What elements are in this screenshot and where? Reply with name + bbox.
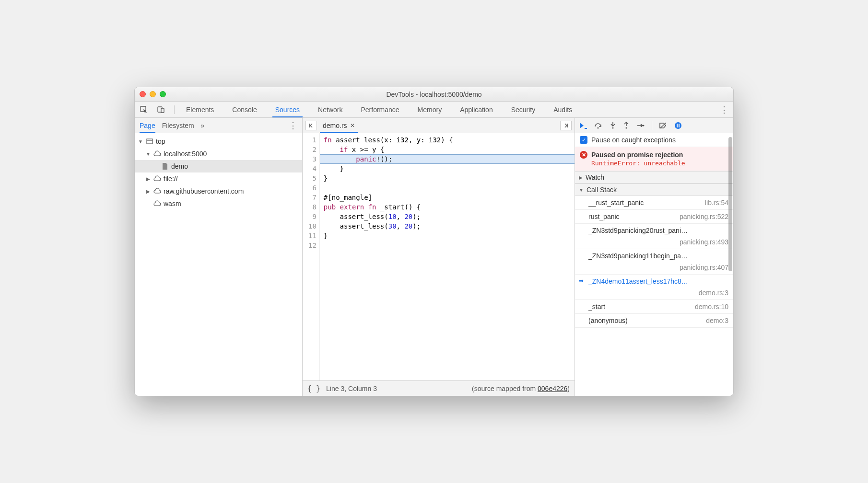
frame-location[interactable]: panicking.rs:522	[680, 213, 728, 220]
file-tab-demo[interactable]: demo.rs ✕	[320, 118, 358, 133]
pause-exceptions-icon[interactable]	[674, 122, 682, 129]
code-line[interactable]	[320, 241, 575, 250]
stack-frame[interactable]: _ZN3std9panicking20rust_pani…panicking.r…	[575, 224, 733, 249]
line-number[interactable]: 10	[308, 221, 317, 231]
separator	[174, 105, 175, 114]
navigator-more-icon[interactable]: ⋮	[289, 120, 297, 131]
code-line[interactable]: fn assert_less(x: i32, y: i32) {	[320, 135, 575, 145]
frame-location[interactable]: lib.rs:54	[705, 199, 728, 207]
code-line[interactable]: assert_less(30, 20);	[320, 221, 575, 231]
line-number[interactable]: 6	[308, 183, 317, 193]
frame-location[interactable]: demo:3	[706, 317, 728, 324]
tab-performance[interactable]: Performance	[358, 102, 402, 117]
navigator-tab-overflow[interactable]: »	[201, 118, 205, 133]
code-line[interactable]: pub extern fn _start() {	[320, 202, 575, 212]
pause-on-exceptions-option[interactable]: ✓ Pause on caught exceptions	[575, 133, 733, 147]
svg-rect-14	[677, 124, 678, 127]
pretty-print-icon[interactable]: { }	[307, 384, 320, 393]
step-into-icon[interactable]	[610, 122, 616, 129]
line-number[interactable]: 5	[308, 173, 317, 183]
inspect-icon[interactable]	[140, 105, 148, 114]
frame-location[interactable]: demo.rs:3	[699, 289, 728, 297]
code-line[interactable]: }	[320, 164, 575, 173]
tab-elements[interactable]: Elements	[183, 102, 217, 117]
source-map-link[interactable]: 006e4226	[538, 385, 567, 392]
pause-reason-title: Paused on promise rejection	[591, 151, 683, 159]
frame-name: _ZN3std9panicking20rust_pani…	[588, 227, 728, 234]
frame-location[interactable]: panicking.rs:493	[680, 238, 728, 246]
svg-rect-3	[147, 139, 152, 144]
step-over-icon[interactable]	[594, 122, 603, 129]
maximize-window-button[interactable]	[160, 91, 166, 97]
line-number[interactable]: 8	[308, 202, 317, 212]
code-line[interactable]	[320, 183, 575, 193]
frame-location[interactable]: panicking.rs:407	[680, 264, 728, 271]
step-icon[interactable]	[636, 122, 645, 129]
device-toggle-icon[interactable]	[157, 105, 165, 114]
pause-reason-banner: ✕ Paused on promise rejection RuntimeErr…	[575, 147, 733, 171]
line-number[interactable]: 9	[308, 212, 317, 221]
tab-application[interactable]: Application	[457, 102, 496, 117]
code-area[interactable]: fn assert_less(x: i32, y: i32) { if x >=…	[320, 133, 575, 380]
minimize-window-button[interactable]	[150, 91, 156, 97]
stack-frame[interactable]: _ZN3std9panicking11begin_pa…panicking.rs…	[575, 249, 733, 275]
stack-frame[interactable]: _ZN4demo11assert_less17hc8…demo.rs:3	[575, 275, 733, 300]
svg-rect-5	[309, 124, 310, 127]
line-number[interactable]: 1	[308, 135, 317, 145]
code-editor[interactable]: 123456789101112 fn assert_less(x: i32, y…	[303, 133, 575, 380]
frame-location[interactable]: demo.rs:10	[695, 303, 728, 310]
frame-name: _ZN4demo11assert_less17hc8…	[588, 277, 728, 285]
close-tab-icon[interactable]: ✕	[350, 122, 355, 129]
line-number[interactable]: 2	[308, 145, 317, 154]
watch-section-header[interactable]: ▶ Watch	[575, 171, 733, 184]
tab-sources[interactable]: Sources	[272, 102, 303, 117]
code-line[interactable]: #[no_mangle]	[320, 193, 575, 202]
code-line[interactable]: panic!();	[320, 154, 575, 164]
code-line[interactable]: if x >= y {	[320, 145, 575, 154]
line-number[interactable]: 11	[308, 231, 317, 241]
tree-item-localhost-5000[interactable]: ▼localhost:5000	[135, 148, 302, 160]
tree-arrow-icon[interactable]: ▼	[145, 151, 151, 157]
checkbox-checked-icon[interactable]: ✓	[580, 136, 587, 144]
tree-item-demo[interactable]: demo	[135, 160, 302, 172]
stack-frame[interactable]: _startdemo.rs:10	[575, 300, 733, 314]
nav-forward-icon[interactable]	[560, 121, 572, 130]
more-menu-icon[interactable]: ⋮	[720, 104, 728, 115]
tree-arrow-icon[interactable]: ▶	[145, 176, 151, 182]
scrollbar-thumb[interactable]	[728, 137, 732, 271]
navigator-tab-page[interactable]: Page	[140, 118, 155, 133]
close-window-button[interactable]	[140, 91, 146, 97]
nav-back-icon[interactable]	[305, 121, 317, 130]
navigator-tab-filesystem[interactable]: Filesystem	[162, 118, 194, 133]
deactivate-breakpoints-icon[interactable]	[659, 122, 668, 129]
line-number[interactable]: 12	[308, 241, 317, 250]
error-icon: ✕	[580, 151, 587, 159]
code-line[interactable]: assert_less(10, 20);	[320, 212, 575, 221]
tree-arrow-icon[interactable]: ▼	[138, 139, 143, 144]
callstack-section-header[interactable]: ▼ Call Stack	[575, 184, 733, 196]
stack-frame[interactable]: __rust_start_paniclib.rs:54	[575, 196, 733, 210]
tree-item-top[interactable]: ▼top	[135, 135, 302, 148]
tab-security[interactable]: Security	[508, 102, 539, 117]
line-number[interactable]: 3	[308, 154, 317, 164]
svg-rect-6	[567, 124, 568, 127]
line-number[interactable]: 4	[308, 164, 317, 173]
step-out-icon[interactable]	[623, 122, 630, 129]
debugger-toolbar	[575, 118, 733, 133]
tab-console[interactable]: Console	[229, 102, 259, 117]
tree-arrow-icon[interactable]: ▶	[145, 189, 151, 194]
file-icon	[161, 163, 169, 170]
code-line[interactable]: }	[320, 231, 575, 241]
tab-network[interactable]: Network	[315, 102, 345, 117]
tab-audits[interactable]: Audits	[551, 102, 575, 117]
resume-icon[interactable]	[579, 122, 587, 129]
code-line[interactable]: }	[320, 173, 575, 183]
stack-frame[interactable]: (anonymous)demo:3	[575, 314, 733, 328]
svg-point-9	[612, 127, 614, 128]
tree-item-wasm[interactable]: wasm	[135, 197, 302, 210]
stack-frame[interactable]: rust_panicpanicking.rs:522	[575, 210, 733, 224]
tab-memory[interactable]: Memory	[415, 102, 445, 117]
tree-item-file---[interactable]: ▶file://	[135, 172, 302, 185]
tree-item-raw-githubusercontent-com[interactable]: ▶raw.githubusercontent.com	[135, 185, 302, 197]
line-number[interactable]: 7	[308, 193, 317, 202]
